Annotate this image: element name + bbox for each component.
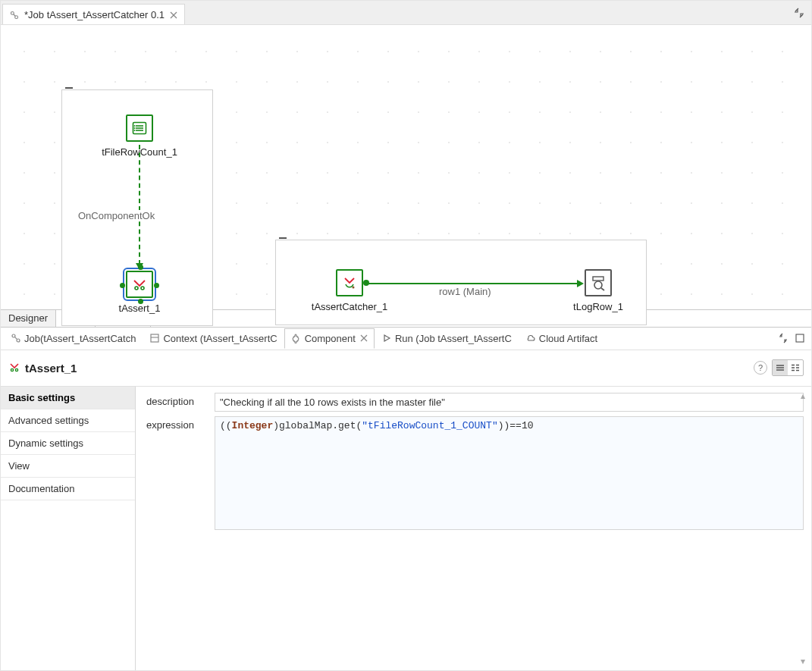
close-icon[interactable] (360, 334, 368, 342)
puzzle-icon (291, 333, 302, 343)
maximize-icon[interactable] (793, 331, 807, 345)
assert-icon (8, 361, 20, 375)
component-name: tAssert_1 (25, 362, 77, 375)
log-row-icon (585, 269, 612, 296)
scroll-down-icon[interactable]: ▾ (801, 657, 805, 666)
svg-rect-15 (593, 277, 604, 281)
properties-nav: Basic settings Advanced settings Dynamic… (1, 387, 136, 671)
view-tab-context[interactable]: Context (tAssert_tAssertC (143, 328, 284, 349)
svg-point-11 (134, 130, 136, 131)
editor-tab-bar: *Job tAssert_tAssertCatcher 0.1 (1, 1, 811, 25)
assert-icon (126, 271, 153, 298)
properties-form: description expression ((Integer)globalM… (136, 387, 811, 671)
link-icon (11, 333, 21, 343)
label-expression: expression (146, 416, 215, 431)
cloud-icon (525, 333, 536, 343)
play-icon (381, 333, 392, 343)
nav-dynamic-settings[interactable]: Dynamic settings (1, 432, 135, 455)
nav-documentation[interactable]: Documentation (1, 478, 135, 500)
view-mode-list-icon[interactable] (773, 360, 788, 375)
view-tab-label: Job(tAssert_tAssertCatch (24, 333, 136, 344)
svg-point-9 (134, 125, 136, 127)
assert-catcher-icon (336, 269, 363, 296)
nav-advanced-settings[interactable]: Advanced settings (1, 409, 135, 432)
restore-icon[interactable] (776, 331, 790, 345)
component-tassert[interactable]: tAssert_1 (113, 271, 166, 314)
svg-line-20 (14, 337, 17, 339)
editor-tab-job[interactable]: *Job tAssert_tAssertCatcher 0.1 (2, 4, 185, 24)
nav-basic-settings[interactable]: Basic settings (1, 387, 135, 409)
help-icon[interactable]: ? (754, 361, 767, 375)
properties-body: Basic settings Advanced settings Dynamic… (1, 387, 811, 671)
nav-view[interactable]: View (1, 455, 135, 478)
view-tab-label: Component (305, 333, 356, 344)
svg-point-12 (135, 287, 138, 290)
view-tab-run[interactable]: Run (Job tAssert_tAssertC (375, 328, 519, 349)
minimize-icon[interactable] (792, 5, 807, 20)
svg-point-0 (11, 11, 14, 14)
svg-point-19 (17, 339, 20, 342)
scroll-up-icon[interactable]: ▴ (801, 391, 805, 400)
connector-label-row1: row1 (Main) (437, 286, 493, 297)
view-tab-label: Context (tAssert_tAssertC (163, 333, 277, 344)
context-icon (149, 333, 160, 343)
component-tlogrow[interactable]: tLogRow_1 (568, 269, 629, 312)
svg-point-10 (134, 127, 136, 129)
svg-line-2 (14, 14, 15, 15)
tab-designer[interactable]: Designer (1, 310, 56, 327)
svg-point-18 (12, 334, 15, 337)
properties-header: tAssert_1 ? (1, 350, 811, 387)
link-icon (9, 10, 20, 20)
svg-rect-26 (796, 334, 804, 342)
scrollbar[interactable]: ▴ ▾ (798, 391, 808, 666)
svg-point-16 (594, 281, 602, 289)
connector-oncomponentok[interactable] (139, 145, 140, 265)
svg-point-14 (353, 287, 355, 289)
description-input[interactable] (215, 393, 804, 412)
view-tab-label: Run (Job tAssert_tAssertC (395, 333, 512, 344)
component-label: tAssert_1 (113, 303, 166, 314)
connector-label-oncomponentok: OnComponentOk (77, 210, 156, 221)
component-label: tLogRow_1 (568, 301, 629, 312)
editor-tab-title: *Job tAssert_tAssertCatcher 0.1 (24, 9, 165, 20)
svg-point-1 (15, 15, 18, 18)
svg-point-13 (141, 287, 144, 290)
component-label: tAssertCatcher_1 (304, 301, 395, 312)
component-tassertcatcher[interactable]: tAssertCatcher_1 (304, 269, 395, 312)
svg-point-28 (15, 368, 17, 371)
svg-rect-21 (151, 334, 158, 342)
expression-input[interactable]: ((Integer)globalMap.get("tFileRowCount_1… (215, 416, 804, 530)
connector-row1[interactable] (366, 283, 578, 284)
view-tab-bar: Job(tAssert_tAssertCatch Context (tAsser… (1, 328, 811, 350)
connector-start-dot (363, 280, 369, 286)
view-tab-cloud[interactable]: Cloud Artifact (519, 328, 604, 349)
view-mode-compact-icon[interactable] (788, 360, 803, 375)
view-tab-job[interactable]: Job(tAssert_tAssertCatch (4, 328, 143, 349)
view-tab-label: Cloud Artifact (539, 333, 597, 344)
svg-line-17 (601, 288, 604, 290)
file-rows-icon (126, 114, 153, 142)
svg-marker-25 (384, 335, 390, 341)
close-icon[interactable] (169, 11, 178, 20)
view-tab-component[interactable]: Component (284, 328, 375, 349)
design-canvas[interactable]: tFileRowCount_1 OnComponentOk tAssert_1 (1, 25, 811, 309)
label-description: description (146, 393, 215, 407)
svg-point-27 (11, 368, 13, 371)
